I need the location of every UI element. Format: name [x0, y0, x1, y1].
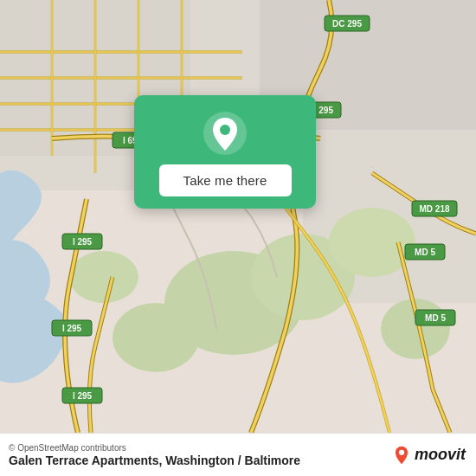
svg-text:I 295: I 295 [73, 391, 93, 401]
location-pin-icon [203, 111, 248, 156]
moovit-logo: moovit [392, 446, 466, 465]
svg-point-47 [399, 449, 404, 454]
moovit-brand-text: moovit [415, 446, 466, 464]
svg-text:I 295: I 295 [73, 237, 93, 247]
take-me-there-button[interactable]: Take me there [159, 164, 292, 196]
svg-point-9 [69, 251, 138, 303]
svg-text:DC 295: DC 295 [332, 19, 362, 29]
map: DC 295 DC 295 I 695 I 295 I 295 I 295 MD… [0, 0, 476, 433]
place-title: Galen Terrace Apartments, Washington / B… [9, 453, 300, 467]
svg-point-46 [220, 125, 230, 135]
osm-attribution: © OpenStreetMap contributors [9, 443, 300, 453]
bottom-bar: © OpenStreetMap contributors Galen Terra… [0, 433, 476, 476]
svg-text:I 295: I 295 [62, 324, 82, 333]
moovit-pin-icon [392, 446, 411, 465]
location-popup: Take me there [134, 95, 316, 209]
svg-text:MD 218: MD 218 [419, 204, 449, 214]
svg-text:MD 5: MD 5 [415, 248, 435, 257]
bottom-left-info: © OpenStreetMap contributors Galen Terra… [9, 443, 300, 467]
svg-text:MD 5: MD 5 [425, 313, 446, 323]
svg-point-8 [113, 303, 199, 372]
